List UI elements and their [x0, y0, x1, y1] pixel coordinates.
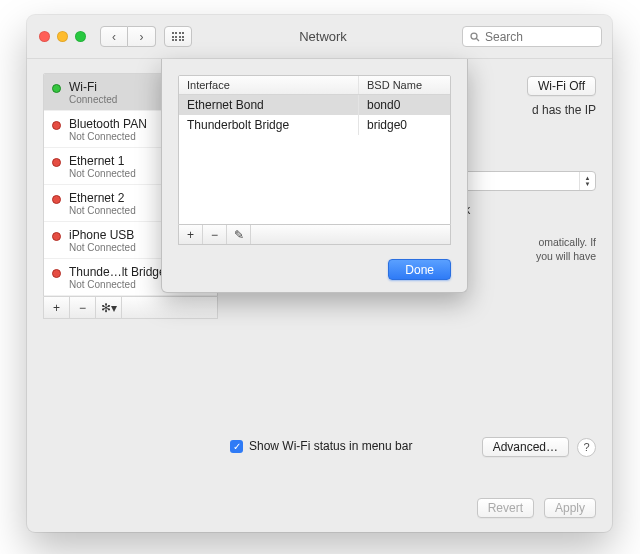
plus-icon: + — [53, 301, 60, 315]
close-icon[interactable] — [39, 31, 50, 42]
add-interface-button[interactable]: + — [179, 225, 203, 244]
window-footer: Revert Apply — [477, 498, 596, 518]
auto-join-info: omatically. If you will have — [536, 235, 596, 263]
col-interface: Interface — [179, 76, 359, 94]
status-dot-icon — [52, 158, 61, 167]
question-icon: ? — [583, 441, 589, 453]
forward-button[interactable]: › — [128, 26, 156, 47]
show-all-button[interactable] — [164, 26, 192, 47]
traffic-lights — [39, 31, 86, 42]
search-field[interactable] — [462, 26, 602, 47]
service-actions-button[interactable]: ✻▾ — [96, 297, 122, 318]
add-service-button[interactable]: + — [44, 297, 70, 318]
status-dot-icon — [52, 195, 61, 204]
done-button[interactable]: Done — [388, 259, 451, 280]
show-wifi-label: Show Wi-Fi status in menu bar — [249, 439, 412, 453]
pencil-icon: ✎ — [234, 228, 244, 242]
table-header: Interface BSD Name — [179, 76, 450, 95]
interfaces-table[interactable]: Interface BSD Name Ethernet Bond bond0 T… — [178, 75, 451, 225]
interface-table-tools: + − ✎ — [178, 225, 451, 245]
cell-interface: Ethernet Bond — [179, 95, 359, 115]
gear-icon: ✻▾ — [101, 301, 117, 315]
checkbox-checked-icon[interactable]: ✓ — [230, 440, 243, 453]
help-button[interactable]: ? — [577, 438, 596, 457]
status-dot-icon — [52, 232, 61, 241]
edit-interface-button[interactable]: ✎ — [227, 225, 251, 244]
cell-interface: Thunderbolt Bridge — [179, 115, 359, 135]
grid-icon — [172, 32, 185, 41]
table-row[interactable]: Ethernet Bond bond0 — [179, 95, 450, 115]
wifi-toggle-button[interactable]: Wi-Fi Off — [527, 76, 596, 96]
svg-line-1 — [476, 38, 479, 41]
back-button[interactable]: ‹ — [100, 26, 128, 47]
svg-point-0 — [471, 33, 477, 39]
chevron-right-icon: › — [140, 30, 144, 44]
cell-bsd: bridge0 — [359, 115, 450, 135]
revert-button[interactable]: Revert — [477, 498, 534, 518]
titlebar: ‹ › Network — [27, 15, 612, 59]
status-dot-icon — [52, 269, 61, 278]
table-row[interactable]: Thunderbolt Bridge bridge0 — [179, 115, 450, 135]
window-title: Network — [192, 29, 454, 44]
minus-icon: − — [79, 301, 86, 315]
virtual-interfaces-sheet: Interface BSD Name Ethernet Bond bond0 T… — [161, 59, 468, 293]
chevron-left-icon: ‹ — [112, 30, 116, 44]
remove-interface-button[interactable]: − — [203, 225, 227, 244]
show-wifi-checkbox-row[interactable]: ✓ Show Wi-Fi status in menu bar — [230, 439, 412, 453]
nav-back-forward: ‹ › — [100, 26, 156, 47]
minimize-icon[interactable] — [57, 31, 68, 42]
apply-button[interactable]: Apply — [544, 498, 596, 518]
remove-service-button[interactable]: − — [70, 297, 96, 318]
advanced-button[interactable]: Advanced… — [482, 437, 569, 457]
minus-icon: − — [211, 228, 218, 242]
ip-desc: d has the IP — [532, 103, 596, 119]
popup-arrows-icon: ▲▼ — [579, 172, 595, 190]
status-dot-icon — [52, 84, 61, 93]
zoom-icon[interactable] — [75, 31, 86, 42]
cell-bsd: bond0 — [359, 95, 450, 115]
preferences-window: ‹ › Network Wi-Fi Connected — [27, 15, 612, 532]
status-dot-icon — [52, 121, 61, 130]
col-bsd: BSD Name — [359, 76, 450, 94]
plus-icon: + — [187, 228, 194, 242]
service-list-tools: + − ✻▾ — [43, 297, 218, 319]
search-input[interactable] — [485, 30, 595, 44]
search-icon — [469, 31, 481, 43]
